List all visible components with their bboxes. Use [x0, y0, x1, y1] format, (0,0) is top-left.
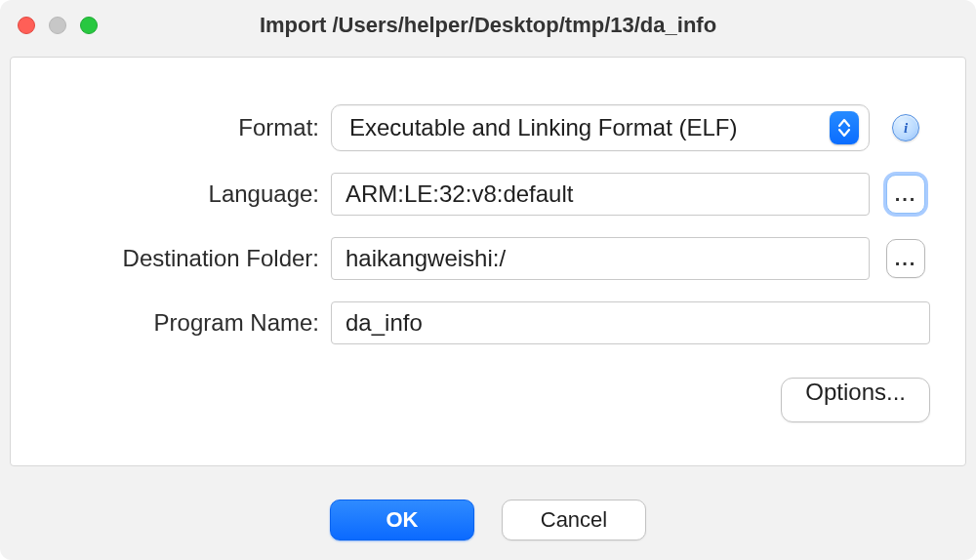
minimize-window-icon [49, 17, 66, 34]
language-browse-button[interactable]: ... [886, 175, 925, 214]
program-name-value: da_info [346, 309, 423, 337]
options-button[interactable]: Options... [781, 378, 930, 422]
dialog-content: Format: Executable and Linking Format (E… [10, 57, 966, 466]
window-title: Import /Users/helper/Desktop/tmp/13/da_i… [0, 13, 976, 38]
import-form: Format: Executable and Linking Format (E… [46, 104, 930, 344]
language-label: Language: [46, 180, 319, 208]
format-select-value: Executable and Linking Format (ELF) [349, 114, 738, 141]
format-label: Format: [46, 114, 319, 141]
destination-folder-label: Destination Folder: [46, 245, 319, 272]
dialog-footer: OK Cancel [0, 480, 976, 560]
info-icon[interactable]: i [892, 114, 919, 141]
language-field[interactable]: ARM:LE:32:v8:default [331, 173, 870, 216]
window-controls [18, 17, 98, 34]
ok-button[interactable]: OK [330, 500, 474, 540]
program-name-label: Program Name: [46, 309, 319, 337]
destination-folder-field[interactable]: haikangweishi:/ [331, 237, 870, 280]
format-select[interactable]: Executable and Linking Format (ELF) [331, 104, 870, 151]
maximize-window-icon[interactable] [80, 17, 98, 34]
import-dialog-window: Import /Users/helper/Desktop/tmp/13/da_i… [0, 0, 976, 560]
cancel-button[interactable]: Cancel [502, 500, 646, 540]
close-window-icon[interactable] [18, 17, 35, 34]
program-name-field[interactable]: da_info [331, 301, 930, 344]
options-row: Options... [46, 378, 930, 422]
title-bar: Import /Users/helper/Desktop/tmp/13/da_i… [0, 0, 976, 51]
chevron-up-down-icon [830, 111, 859, 144]
destination-folder-value: haikangweishi:/ [346, 245, 506, 272]
language-value: ARM:LE:32:v8:default [346, 180, 573, 208]
destination-folder-browse-button[interactable]: ... [886, 239, 925, 278]
